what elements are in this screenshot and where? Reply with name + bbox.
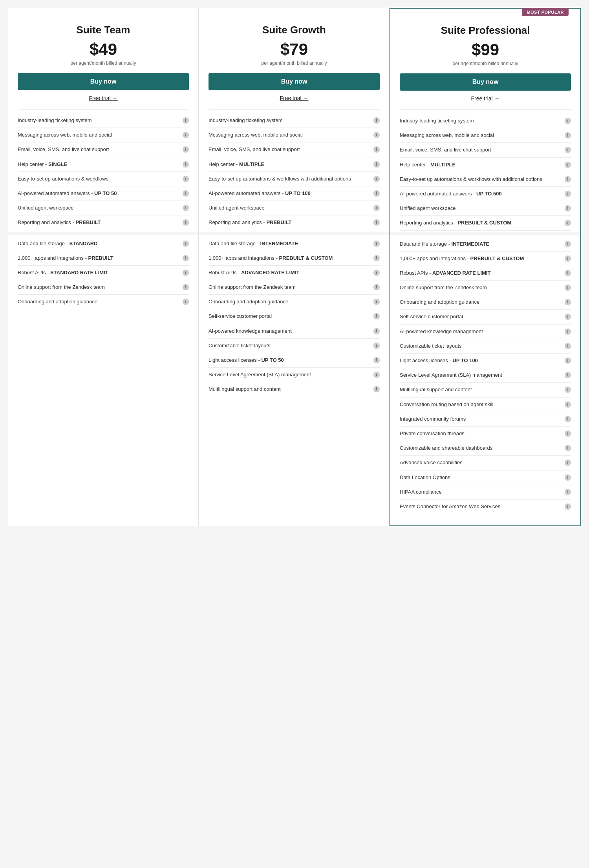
info-icon[interactable]: i	[183, 299, 189, 305]
info-icon[interactable]: i	[373, 190, 380, 197]
info-icon[interactable]: i	[565, 445, 571, 451]
feature-item: Industry-leading ticketing system i	[18, 113, 189, 128]
feature-item: Multilingual support and content i	[400, 383, 571, 397]
info-icon[interactable]: i	[183, 132, 189, 138]
feature-text: Multilingual support and content	[209, 386, 373, 393]
info-icon[interactable]: i	[565, 343, 571, 349]
feature-text: Help center - SINGLE	[18, 161, 183, 168]
info-icon[interactable]: i	[373, 372, 380, 378]
info-icon[interactable]: i	[565, 474, 571, 481]
info-icon[interactable]: i	[565, 387, 571, 393]
info-icon[interactable]: i	[183, 270, 189, 276]
info-icon[interactable]: i	[183, 205, 189, 211]
info-icon[interactable]: i	[183, 161, 189, 168]
plan-price: $99	[400, 40, 571, 59]
feature-item: Conversation routing based on agent skil…	[400, 398, 571, 412]
feature-item: Integrated community forums i	[400, 412, 571, 427]
info-icon[interactable]: i	[183, 117, 189, 124]
info-icon[interactable]: i	[565, 299, 571, 305]
info-icon[interactable]: i	[373, 117, 380, 124]
info-icon[interactable]: i	[373, 205, 380, 211]
info-icon[interactable]: i	[183, 255, 189, 261]
feature-item: Onboarding and adoption guidance i	[209, 295, 380, 309]
info-icon[interactable]: i	[373, 328, 380, 334]
feature-text: Private conversation threads	[400, 430, 565, 437]
info-icon[interactable]: i	[373, 357, 380, 363]
info-icon[interactable]: i	[565, 162, 571, 168]
info-icon[interactable]: i	[565, 241, 571, 247]
feature-item: Reporting and analytics - PREBUILT i	[209, 215, 380, 230]
feature-item: Messaging across web, mobile and social …	[400, 128, 571, 143]
info-icon[interactable]: i	[565, 460, 571, 466]
info-icon[interactable]: i	[373, 284, 380, 290]
feature-text: AI-powered automated answers - UP TO 50	[18, 190, 183, 197]
feature-item: Robust APIs - ADVANCED RATE LIMIT i	[400, 266, 571, 281]
feature-item: Light access licenses - UP TO 100 i	[400, 354, 571, 368]
feature-text: AI-powered automated answers - UP TO 100	[209, 190, 373, 197]
feature-text: Robust APIs - ADVANCED RATE LIMIT	[209, 269, 373, 276]
info-icon[interactable]: i	[373, 146, 380, 153]
info-icon[interactable]: i	[373, 132, 380, 138]
info-icon[interactable]: i	[565, 255, 571, 262]
info-icon[interactable]: i	[565, 503, 571, 510]
plan-billing: per agent/month billed annually	[400, 61, 571, 66]
buy-button[interactable]: Buy now	[209, 73, 380, 90]
info-icon[interactable]: i	[565, 328, 571, 335]
buy-button[interactable]: Buy now	[18, 73, 189, 90]
info-icon[interactable]: i	[373, 219, 380, 226]
free-trial-link[interactable]: Free trial →	[400, 95, 571, 102]
info-icon[interactable]: i	[183, 219, 189, 226]
feature-item: Robust APIs - STANDARD RATE LIMIT i	[18, 266, 189, 280]
info-icon[interactable]: i	[565, 118, 571, 124]
info-icon[interactable]: i	[565, 270, 571, 276]
info-icon[interactable]: i	[565, 191, 571, 197]
info-icon[interactable]: i	[373, 313, 380, 319]
info-icon[interactable]: i	[373, 386, 380, 392]
free-trial-link[interactable]: Free trial →	[18, 95, 189, 101]
info-icon[interactable]: i	[565, 205, 571, 212]
info-icon[interactable]: i	[373, 176, 380, 182]
feature-item: Data Location Options i	[400, 470, 571, 485]
pricing-container: Suite Team $49 per agent/month billed an…	[8, 8, 581, 526]
info-icon[interactable]: i	[183, 176, 189, 182]
feature-text: Data and file storage - STANDARD	[18, 240, 183, 247]
free-trial-link[interactable]: Free trial →	[209, 95, 380, 101]
feature-item: Industry-leading ticketing system i	[209, 113, 380, 128]
info-icon[interactable]: i	[373, 161, 380, 168]
info-icon[interactable]: i	[565, 147, 571, 153]
info-icon[interactable]: i	[373, 255, 380, 261]
info-icon[interactable]: i	[565, 401, 571, 408]
info-icon[interactable]: i	[183, 146, 189, 153]
plan-suite-growth: Suite Growth $79 per agent/month billed …	[199, 8, 390, 526]
info-icon[interactable]: i	[565, 176, 571, 182]
plan-billing: per agent/month billed annually	[209, 60, 380, 66]
feature-text: 1,000+ apps and integrations - PREBUILT …	[209, 255, 373, 262]
info-icon[interactable]: i	[565, 220, 571, 226]
info-icon[interactable]: i	[565, 132, 571, 139]
info-icon[interactable]: i	[373, 241, 380, 247]
feature-item: Data and file storage - STANDARD i	[18, 237, 189, 251]
info-icon[interactable]: i	[183, 284, 189, 290]
feature-item: AI-powered knowledge management i	[400, 325, 571, 339]
feature-item: Robust APIs - ADVANCED RATE LIMIT i	[209, 266, 380, 280]
info-icon[interactable]: i	[183, 190, 189, 197]
info-icon[interactable]: i	[565, 372, 571, 378]
info-icon[interactable]: i	[565, 489, 571, 495]
info-icon[interactable]: i	[373, 343, 380, 349]
info-icon[interactable]: i	[183, 241, 189, 247]
info-icon[interactable]: i	[565, 430, 571, 437]
buy-button[interactable]: Buy now	[400, 73, 571, 91]
feature-item: AI-powered automated answers - UP TO 100…	[209, 186, 380, 201]
feature-text: Reporting and analytics - PREBUILT	[18, 219, 183, 226]
info-icon[interactable]: i	[565, 284, 571, 291]
feature-item: Unified agent workspace i	[400, 201, 571, 216]
info-icon[interactable]: i	[565, 416, 571, 422]
info-icon[interactable]: i	[373, 299, 380, 305]
info-icon[interactable]: i	[565, 314, 571, 320]
feature-item: Easy-to-set up automations & workflows w…	[400, 172, 571, 187]
feature-item: Data and file storage - INTERMEDIATE i	[209, 237, 380, 251]
divider	[400, 109, 571, 110]
info-icon[interactable]: i	[565, 357, 571, 364]
info-icon[interactable]: i	[373, 270, 380, 276]
feature-item: Reporting and analytics - PREBUILT i	[18, 215, 189, 230]
